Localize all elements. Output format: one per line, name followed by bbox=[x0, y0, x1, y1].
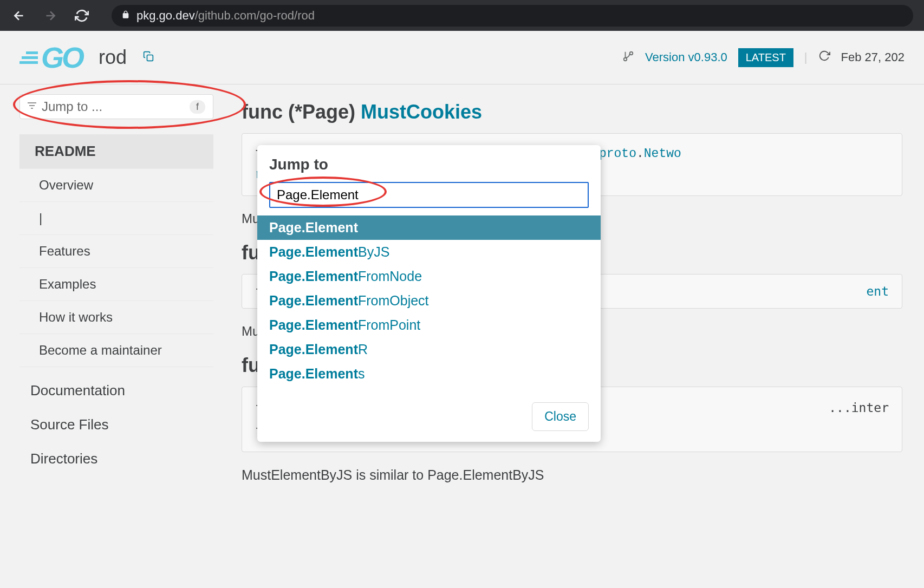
back-icon[interactable] bbox=[11, 9, 27, 23]
reload-icon[interactable] bbox=[74, 9, 90, 23]
modal-title: Jump to bbox=[257, 156, 601, 182]
sidebar: Jump to ... f README Overview | Features… bbox=[0, 84, 233, 494]
sidebar-item-documentation[interactable]: Documentation bbox=[19, 374, 213, 408]
separator: | bbox=[804, 50, 808, 64]
close-button[interactable]: Close bbox=[532, 402, 589, 431]
result-item[interactable]: Page.ElementFromNode bbox=[257, 264, 601, 289]
lock-icon bbox=[121, 10, 130, 21]
sidebar-item-examples[interactable]: Examples bbox=[19, 268, 213, 301]
result-list: Page.Element Page.ElementByJS Page.Eleme… bbox=[257, 215, 601, 386]
sidebar-item-overview[interactable]: Overview bbox=[19, 169, 213, 202]
go-logo[interactable]: GO bbox=[19, 41, 82, 74]
publish-date: Feb 27, 202 bbox=[841, 50, 905, 64]
page-header: GO rod Version v0.93.0 LATEST | Feb 27, … bbox=[0, 31, 924, 84]
copy-icon[interactable] bbox=[143, 51, 154, 64]
result-item[interactable]: Page.ElementByJS bbox=[257, 240, 601, 264]
sidebar-item-how-it-works[interactable]: How it works bbox=[19, 301, 213, 334]
url-bar[interactable]: pkg.go.dev/github.com/go-rod/rod bbox=[112, 5, 913, 27]
jump-placeholder: Jump to ... bbox=[42, 99, 184, 114]
refresh-icon[interactable] bbox=[818, 50, 830, 65]
func-link[interactable]: MustCookies bbox=[361, 101, 482, 123]
description-text: MustElementByJS is similar to Page.Eleme… bbox=[242, 467, 902, 483]
sidebar-item-cursor[interactable]: | bbox=[19, 202, 213, 235]
version-link[interactable]: Version v0.93.0 bbox=[645, 50, 727, 64]
content-area: func (*Page) MustCookies func (p *Page) … bbox=[233, 84, 924, 494]
latest-badge: LATEST bbox=[738, 48, 793, 67]
result-item[interactable]: Page.Element bbox=[257, 215, 601, 240]
fork-icon bbox=[622, 50, 634, 65]
sidebar-item-readme[interactable]: README bbox=[19, 134, 213, 169]
svg-rect-0 bbox=[147, 55, 153, 61]
result-item[interactable]: Page.ElementR bbox=[257, 337, 601, 362]
sidebar-item-features[interactable]: Features bbox=[19, 235, 213, 268]
result-item[interactable]: Page.Elements bbox=[257, 362, 601, 386]
jump-to-input[interactable] bbox=[269, 182, 589, 208]
func-heading-mustcookies: func (*Page) MustCookies bbox=[242, 101, 902, 123]
filter-icon bbox=[28, 102, 36, 112]
package-name: rod bbox=[99, 46, 127, 69]
result-item[interactable]: Page.ElementFromObject bbox=[257, 289, 601, 313]
sidebar-item-source-files[interactable]: Source Files bbox=[19, 408, 213, 442]
forward-icon[interactable] bbox=[42, 9, 58, 23]
sidebar-item-become-maintainer[interactable]: Become a maintainer bbox=[19, 334, 213, 367]
jump-to-modal: Jump to Page.Element Page.ElementByJS Pa… bbox=[257, 145, 601, 442]
sidebar-item-directories[interactable]: Directories bbox=[19, 442, 213, 476]
browser-toolbar: pkg.go.dev/github.com/go-rod/rod bbox=[0, 0, 924, 31]
result-item[interactable]: Page.ElementFromPoint bbox=[257, 313, 601, 337]
jump-to-trigger[interactable]: Jump to ... f bbox=[19, 94, 213, 119]
url-text: pkg.go.dev/github.com/go-rod/rod bbox=[136, 9, 315, 23]
shortcut-key-badge: f bbox=[190, 100, 205, 114]
